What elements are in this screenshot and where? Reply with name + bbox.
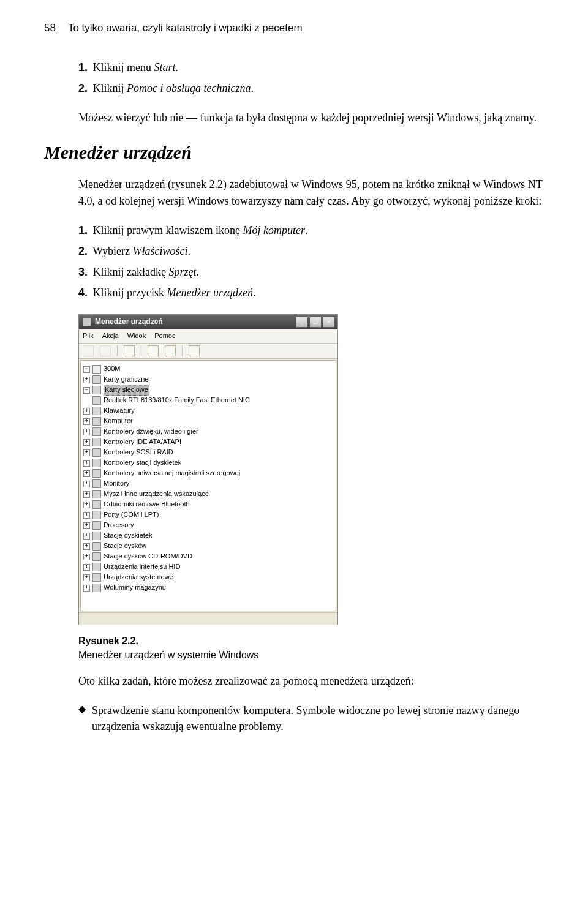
tree-node-label: Urządzenia systemowe — [104, 573, 173, 582]
bullet-item: ◆ Sprawdzenie stanu komponentów komputer… — [78, 702, 544, 734]
step-text: Kliknij prawym klawiszem ikonę — [93, 224, 243, 236]
tree-node[interactable]: +Kontrolery dźwięku, wideo i gier — [83, 427, 333, 437]
expand-icon[interactable]: + — [83, 585, 90, 592]
back-button[interactable] — [83, 345, 94, 356]
toolbar-button[interactable] — [124, 345, 135, 356]
caption-label: Rysunek 2.2. — [78, 636, 138, 646]
device-category-icon — [92, 375, 101, 384]
status-bar — [79, 612, 337, 625]
tree-node-label: Kontrolery dźwięku, wideo i gier — [104, 427, 198, 437]
expand-icon[interactable]: + — [83, 554, 90, 560]
close-button[interactable]: × — [323, 317, 335, 328]
menu-item-view[interactable]: Widok — [127, 331, 146, 341]
tree-node[interactable]: +Odbiorniki radiowe Bluetooth — [83, 500, 333, 510]
step-em: Menedżer urządzeń — [167, 287, 253, 299]
menu-item-help[interactable]: Pomoc — [154, 331, 175, 341]
expand-icon[interactable]: + — [83, 522, 90, 529]
running-header: 58To tylko awaria, czyli katastrofy i wp… — [44, 21, 544, 36]
expand-icon[interactable]: + — [83, 543, 90, 550]
tree-node[interactable]: +Urządzenia interfejsu HID — [83, 562, 333, 573]
tree-node[interactable]: −Karty sieciowe — [83, 385, 333, 396]
expand-icon[interactable]: + — [83, 470, 90, 477]
expand-icon[interactable]: + — [83, 491, 90, 498]
toolbar-button[interactable] — [189, 345, 200, 356]
expand-icon[interactable]: + — [83, 574, 90, 581]
tree-node[interactable]: +Porty (COM i LPT) — [83, 510, 333, 521]
tree-node[interactable]: +Komputer — [83, 416, 333, 427]
tree-node[interactable]: +Monitory — [83, 479, 333, 489]
app-icon — [83, 318, 91, 326]
toolbar-button[interactable] — [148, 345, 159, 356]
steps-list-a: 1. Kliknij menu Start. 2. Kliknij Pomoc … — [78, 59, 544, 96]
device-category-icon — [92, 417, 101, 426]
step-after: . — [176, 61, 179, 73]
toolbar — [79, 344, 337, 359]
minimize-button[interactable]: _ — [296, 317, 308, 328]
expand-icon[interactable]: − — [83, 387, 90, 394]
tree-node[interactable]: +Procesory — [83, 521, 333, 531]
tree-root[interactable]: − 300M — [83, 364, 333, 375]
step-item: 1. Kliknij menu Start. — [78, 59, 544, 75]
device-category-icon — [92, 469, 101, 478]
tree-node-label: Odbiorniki radiowe Bluetooth — [104, 500, 190, 510]
tree-node-label: Mysz i inne urządzenia wskazujące — [104, 489, 209, 499]
tree-node[interactable]: +Stacje dyskietek — [83, 531, 333, 541]
expand-icon[interactable]: + — [83, 512, 90, 519]
expand-icon[interactable]: + — [83, 439, 90, 446]
expand-icon[interactable]: + — [83, 418, 90, 425]
tree-node[interactable]: +Mysz i inne urządzenia wskazujące — [83, 489, 333, 500]
expand-icon[interactable]: + — [83, 533, 90, 540]
tree-node-label: Kontrolery SCSI i RAID — [104, 448, 173, 457]
tree-leaf[interactable]: Realtek RTL8139/810x Family Fast Etherne… — [83, 396, 333, 406]
collapse-icon[interactable]: − — [83, 366, 90, 373]
device-category-icon — [92, 427, 101, 436]
step-num: 1. — [78, 224, 88, 236]
expand-icon[interactable]: + — [83, 449, 90, 456]
menu-item-file[interactable]: Plik — [83, 331, 94, 341]
figure-caption: Rysunek 2.2. Menedżer urządzeń w systemi… — [78, 634, 544, 662]
titlebar[interactable]: Menedżer urządzeń _ □ × — [79, 315, 337, 329]
step-text: Kliknij — [93, 82, 127, 94]
expand-icon[interactable]: + — [83, 408, 90, 415]
step-after: . — [188, 245, 191, 257]
tree-node-label: Monitory — [104, 479, 129, 489]
expand-icon[interactable]: + — [83, 429, 90, 435]
device-manager-window: Menedżer urządzeń _ □ × Plik Akcja Widok… — [78, 314, 338, 625]
tree-node[interactable]: +Kontrolery SCSI i RAID — [83, 448, 333, 458]
forward-button[interactable] — [100, 345, 111, 356]
maximize-button[interactable]: □ — [309, 317, 322, 328]
tree-node[interactable]: +Stacje dysków CD-ROM/DVD — [83, 552, 333, 562]
device-category-icon — [92, 459, 101, 467]
tree-node[interactable]: +Kontrolery uniwersalnej magistrali szer… — [83, 468, 333, 479]
expand-icon[interactable]: + — [83, 502, 90, 508]
tree-node[interactable]: +Kontrolery stacji dyskietek — [83, 458, 333, 468]
tree-node[interactable]: +Woluminy magazynu — [83, 583, 333, 593]
section-heading: Menedżer urządzeń — [44, 139, 544, 166]
tree-node-label: Komputer — [104, 416, 133, 426]
diamond-icon: ◆ — [78, 702, 86, 734]
step-item: 4. Kliknij przycisk Menedżer urządzeń. — [78, 285, 544, 301]
tree-panel[interactable]: − 300M +Karty graficzne−Karty siecioweRe… — [80, 360, 336, 611]
menu-item-action[interactable]: Akcja — [102, 331, 119, 341]
toolbar-button[interactable] — [165, 345, 176, 356]
expand-icon[interactable]: + — [83, 481, 90, 487]
tree-node[interactable]: +Stacje dysków — [83, 541, 333, 552]
device-category-icon — [92, 521, 101, 530]
expand-icon[interactable]: + — [83, 377, 90, 383]
tree-node[interactable]: +Kontrolery IDE ATA/ATAPI — [83, 437, 333, 448]
expand-icon[interactable]: + — [83, 564, 90, 571]
page-number: 58 — [44, 22, 56, 34]
caption-text: Menedżer urządzeń w systemie Windows — [78, 650, 258, 660]
computer-icon — [92, 365, 101, 374]
embedded-screenshot: Menedżer urządzeń _ □ × Plik Akcja Widok… — [78, 314, 544, 625]
step-item: 3. Kliknij zakładkę Sprzęt. — [78, 264, 544, 280]
tree-node[interactable]: +Urządzenia systemowe — [83, 573, 333, 583]
tree-node[interactable]: +Klawiatury — [83, 406, 333, 416]
step-after: . — [251, 82, 254, 94]
expand-icon[interactable]: + — [83, 460, 90, 467]
step-text: Kliknij zakładkę — [93, 266, 169, 278]
tree-node-label: Stacje dysków — [104, 541, 146, 551]
tree-node[interactable]: +Karty graficzne — [83, 375, 333, 385]
step-em: Pomoc i obsługa techniczna — [127, 82, 251, 94]
tree-node-label: Stacje dyskietek — [104, 531, 152, 541]
